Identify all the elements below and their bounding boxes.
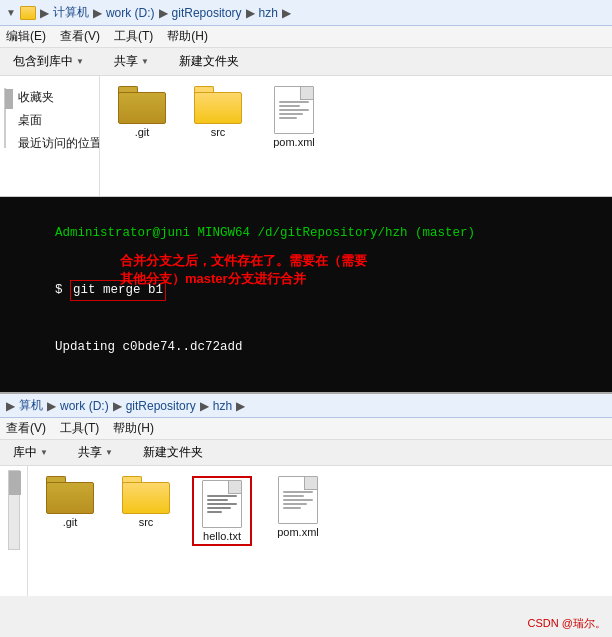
bottom-share-btn[interactable]: 共享 ▼ [71, 441, 120, 464]
menu-view[interactable]: 查看(V) [60, 28, 100, 45]
bottom-pomxml-icon [278, 476, 318, 524]
pomxml-name: pom.xml [273, 136, 315, 148]
bottom-address-sep1: ▶ [47, 399, 56, 413]
share-arrow: ▼ [141, 57, 149, 66]
bottom-git-folder-icon [46, 476, 94, 514]
bottom-git-name: .git [63, 516, 78, 528]
share-label: 共享 [114, 53, 138, 70]
bottom-toolbar: 库中 ▼ 共享 ▼ 新建文件夹 [0, 440, 612, 466]
terminal: Administrator@juni MINGW64 /d/gitReposit… [0, 197, 612, 392]
bottom-file-git[interactable]: .git [40, 476, 100, 528]
bottom-file-hellotxt[interactable]: hello.txt [192, 476, 252, 546]
pomxml-icon [274, 86, 314, 134]
top-content-area: .git src [100, 76, 612, 196]
bottom-address-sep3: ▶ [200, 399, 209, 413]
top-arrow-icon: ▼ [6, 7, 16, 18]
hellotxt-name: hello.txt [203, 530, 241, 542]
include-library-label: 包含到库中 [13, 53, 73, 70]
address-part-hzh[interactable]: hzh [259, 6, 278, 20]
src-folder-icon [194, 86, 242, 124]
folder-nav-icon [20, 6, 36, 20]
top-sidebar: 收藏夹 桌面 最近访问的位置 [0, 76, 100, 196]
src-folder-name: src [211, 126, 226, 138]
address-separator: ▶ [40, 6, 49, 20]
bottom-address-bar: ▶ 算机 ▶ work (D:) ▶ gitRepository ▶ hzh ▶ [0, 394, 612, 418]
file-src[interactable]: src [188, 86, 248, 138]
git-folder-icon [118, 86, 166, 124]
bottom-src-name: src [139, 516, 154, 528]
bottom-address-sep0: ▶ [6, 399, 15, 413]
bottom-new-folder-label: 新建文件夹 [143, 444, 203, 461]
address-sep1: ▶ [93, 6, 102, 20]
menu-tools[interactable]: 工具(T) [114, 28, 153, 45]
bottom-scrollbar[interactable] [8, 470, 20, 550]
sidebar-item-favorites[interactable]: 收藏夹 [10, 86, 100, 109]
hellotxt-icon [202, 480, 242, 528]
bottom-pomxml-name: pom.xml [277, 526, 319, 538]
bottom-menu-bar: 查看(V) 工具(T) 帮助(H) [0, 418, 612, 440]
git-folder-name: .git [135, 126, 150, 138]
top-explorer-body: 收藏夹 桌面 最近访问的位置 .git [0, 76, 612, 196]
bottom-menu-view[interactable]: 查看(V) [6, 420, 46, 437]
address-part-gitrepo[interactable]: gitRepository [172, 6, 242, 20]
sidebar-item-desktop[interactable]: 桌面 [10, 109, 100, 132]
new-folder-label: 新建文件夹 [179, 53, 239, 70]
terminal-updating: Updating c0bde74..dc72add [10, 320, 602, 376]
address-sep3: ▶ [246, 6, 255, 20]
address-part-work[interactable]: work (D:) [106, 6, 155, 20]
top-menu-bar: 编辑(E) 查看(V) 工具(T) 帮助(H) [0, 26, 612, 48]
address-sep4: ▶ [282, 6, 291, 20]
bottom-address-sep2: ▶ [113, 399, 122, 413]
bottom-address-computer[interactable]: 算机 [19, 397, 43, 414]
bottom-address-work[interactable]: work (D:) [60, 399, 109, 413]
menu-help[interactable]: 帮助(H) [167, 28, 208, 45]
file-pomxml[interactable]: pom.xml [264, 86, 324, 148]
bottom-content-area: .git src [28, 466, 612, 596]
bottom-explorer: ▶ 算机 ▶ work (D:) ▶ gitRepository ▶ hzh ▶… [0, 392, 612, 596]
bottom-share-arrow: ▼ [105, 448, 113, 457]
bottom-library-arrow: ▼ [40, 448, 48, 457]
bottom-file-pomxml[interactable]: pom.xml [268, 476, 328, 538]
terminal-cmd-highlight: git merge b1 [70, 280, 166, 301]
bottom-address-sep4: ▶ [236, 399, 245, 413]
bottom-address-hzh[interactable]: hzh [213, 399, 232, 413]
sidebar-scroll-thumb [5, 89, 13, 109]
bottom-menu-help[interactable]: 帮助(H) [113, 420, 154, 437]
bottom-new-folder-btn[interactable]: 新建文件夹 [136, 441, 210, 464]
bottom-src-folder-icon [122, 476, 170, 514]
address-part-computer[interactable]: 计算机 [53, 4, 89, 21]
bottom-menu-tools[interactable]: 工具(T) [60, 420, 99, 437]
top-toolbar: 包含到库中 ▼ 共享 ▼ 新建文件夹 [0, 48, 612, 76]
watermark: CSDN @瑞尔。 [528, 616, 606, 631]
bottom-sidebar [0, 466, 28, 596]
terminal-prompt1: Administrator@juni MINGW64 /d/gitReposit… [10, 205, 602, 261]
bottom-address-gitrepo[interactable]: gitRepository [126, 399, 196, 413]
bottom-share-label: 共享 [78, 444, 102, 461]
bottom-explorer-body: .git src [0, 466, 612, 596]
new-folder-btn[interactable]: 新建文件夹 [172, 50, 246, 73]
include-library-arrow: ▼ [76, 57, 84, 66]
top-address-bar: ▼ ▶ 计算机 ▶ work (D:) ▶ gitRepository ▶ hz… [0, 0, 612, 26]
include-library-btn[interactable]: 包含到库中 ▼ [6, 50, 91, 73]
address-sep2: ▶ [159, 6, 168, 20]
sidebar-scrollbar[interactable] [4, 88, 6, 148]
top-explorer: ▼ ▶ 计算机 ▶ work (D:) ▶ gitRepository ▶ hz… [0, 0, 612, 197]
bottom-file-src[interactable]: src [116, 476, 176, 528]
bottom-scroll-thumb [9, 471, 21, 495]
bottom-library-label: 库中 [13, 444, 37, 461]
menu-edit[interactable]: 编辑(E) [6, 28, 46, 45]
terminal-cmd1: $ git merge b1 [10, 261, 602, 319]
bottom-library-btn[interactable]: 库中 ▼ [6, 441, 55, 464]
file-git[interactable]: .git [112, 86, 172, 138]
terminal-fast-forward: Fast-Forward [10, 376, 602, 392]
sidebar-item-recent[interactable]: 最近访问的位置 [10, 132, 100, 155]
share-btn[interactable]: 共享 ▼ [107, 50, 156, 73]
